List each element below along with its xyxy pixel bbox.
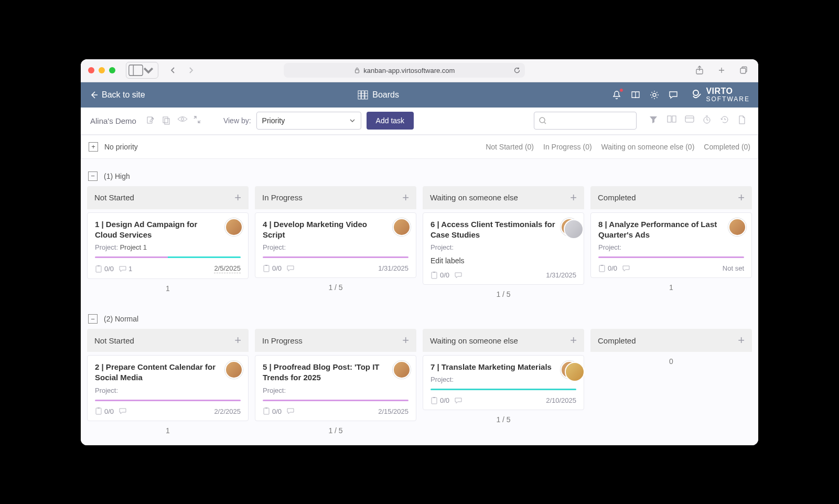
task-card[interactable]: 8 | Analyze Performance of Last Quarter'…: [590, 212, 752, 278]
column-header: In Progress+: [255, 329, 416, 352]
arrow-left-icon: [89, 90, 99, 100]
due-date: 1/31/2025: [546, 271, 576, 279]
task-card[interactable]: 7 | Translate Marketing MaterialsProject…: [423, 355, 584, 410]
edit-board-icon[interactable]: [146, 115, 156, 126]
add-card-button[interactable]: +: [738, 192, 745, 203]
add-card-button[interactable]: +: [234, 335, 241, 346]
card-project: Project:: [263, 243, 408, 251]
svg-rect-13: [165, 119, 169, 124]
task-card[interactable]: 1 | Design Ad Campaign for Cloud Service…: [87, 212, 249, 280]
add-card-button[interactable]: +: [234, 192, 241, 203]
checklist-count: 0/0: [104, 265, 114, 273]
chat-icon[interactable]: [668, 90, 679, 100]
kanban-column: In Progress+4 | Develop Marketing Video …: [255, 186, 416, 302]
close-window-button[interactable]: [88, 67, 94, 73]
comment-icon: [119, 265, 126, 273]
history-icon[interactable]: [720, 115, 731, 126]
due-date: 2/15/2025: [378, 408, 408, 415]
column-header: In Progress+: [255, 186, 416, 209]
collapse-all-icon[interactable]: [193, 115, 203, 126]
comment-icon: [287, 265, 294, 272]
svg-point-11: [693, 90, 698, 95]
kanban-column: In Progress+5 | Proofread Blog Post: 'To…: [255, 329, 416, 438]
svg-rect-27: [264, 408, 269, 414]
task-card[interactable]: 5 | Proofread Blog Post: 'Top IT Trends …: [255, 355, 416, 421]
svg-rect-7: [365, 91, 368, 99]
new-tab-icon[interactable]: [714, 63, 729, 77]
expand-no-priority-button[interactable]: +: [89, 142, 98, 152]
sidebar-toggle-button[interactable]: [126, 62, 158, 79]
column-title: Completed: [598, 336, 636, 345]
notifications-icon[interactable]: [611, 90, 622, 100]
maximize-window-button[interactable]: [109, 67, 115, 73]
svg-rect-6: [362, 91, 364, 99]
summary-item: Not Started (0): [486, 143, 534, 151]
kanban-column: Completed+8 | Analyze Performance of Las…: [590, 186, 752, 302]
refresh-icon[interactable]: [513, 67, 521, 74]
svg-rect-28: [432, 398, 437, 404]
column-count: 1 / 5: [423, 410, 584, 427]
column-count: 1: [87, 421, 249, 438]
checklist-icon: [263, 265, 270, 272]
visibility-icon[interactable]: [177, 115, 188, 126]
minimize-window-button[interactable]: [99, 67, 105, 73]
window-controls: [88, 67, 115, 73]
column-title: In Progress: [262, 193, 303, 202]
checklist-icon: [431, 272, 438, 279]
checklist-icon: [263, 408, 270, 415]
kanban-column: Waiting on someone else+6 | Access Clien…: [423, 186, 584, 302]
view-by-select[interactable]: Priority: [256, 112, 361, 130]
book-icon[interactable]: [630, 90, 641, 100]
task-card[interactable]: 2 | Prepare Content Calendar for Social …: [87, 355, 249, 421]
back-to-site-link[interactable]: Back to site: [89, 90, 145, 100]
priority-group-no-priority: + No priority Not Started (0)In Progress…: [81, 135, 758, 159]
kanban-column: Completed+0: [590, 329, 752, 438]
column-title: Not Started: [94, 336, 134, 345]
nav-back-button[interactable]: [166, 63, 180, 77]
tabs-icon[interactable]: [736, 63, 751, 77]
swimlane-icon[interactable]: [667, 115, 677, 126]
svg-point-10: [653, 93, 656, 96]
add-card-button[interactable]: +: [570, 335, 577, 346]
svg-rect-12: [163, 117, 168, 123]
collapse-section-button[interactable]: −: [88, 314, 98, 324]
add-card-button[interactable]: +: [402, 192, 409, 203]
card-project: Project: Project 1: [95, 243, 241, 251]
export-pdf-icon[interactable]: [738, 115, 749, 126]
svg-rect-23: [264, 265, 269, 272]
edit-labels-text: Edit labels: [431, 256, 576, 265]
timer-icon[interactable]: [703, 115, 713, 126]
comment-icon: [622, 265, 630, 272]
comment-icon: [455, 397, 462, 404]
filter-icon[interactable]: [649, 115, 660, 126]
collapse-section-button[interactable]: −: [88, 171, 98, 181]
add-card-button[interactable]: +: [738, 335, 745, 346]
copy-icon[interactable]: [162, 115, 172, 126]
lock-icon: [354, 67, 360, 73]
add-card-button[interactable]: +: [402, 335, 409, 346]
kanban-column: Waiting on someone else+7 | Translate Ma…: [423, 329, 584, 438]
view-by-value: Priority: [262, 116, 285, 125]
nav-forward-button[interactable]: [184, 63, 198, 77]
address-bar[interactable]: kanban-app.virtosoftware.com: [284, 63, 525, 78]
card-project: Project:: [598, 243, 744, 251]
settings-icon[interactable]: [649, 90, 660, 100]
share-icon[interactable]: [692, 63, 707, 77]
svg-rect-17: [668, 116, 671, 122]
card-layout-icon[interactable]: [685, 115, 695, 126]
task-card[interactable]: 4 | Develop Marketing Video ScriptProjec…: [255, 212, 416, 278]
search-input[interactable]: [534, 112, 637, 130]
section-label: (2) Normal: [104, 315, 138, 323]
task-card[interactable]: 6 | Access Client Testimonials for Case …: [423, 212, 584, 285]
search-icon: [539, 116, 547, 125]
board-name: Alina's Demo: [90, 116, 136, 125]
comment-count: 1: [128, 265, 132, 273]
add-task-button[interactable]: Add task: [367, 112, 414, 130]
comment-icon: [287, 408, 294, 415]
column-count: 1: [590, 278, 752, 295]
svg-rect-19: [685, 116, 694, 122]
card-project: Project:: [95, 387, 241, 394]
add-card-button[interactable]: +: [570, 192, 577, 203]
notification-badge: [619, 88, 623, 92]
svg-point-14: [181, 118, 184, 121]
